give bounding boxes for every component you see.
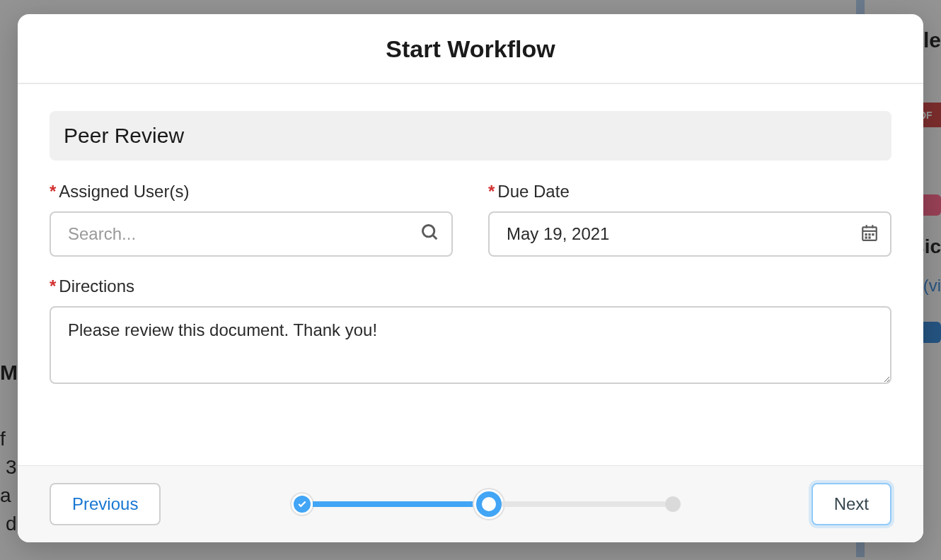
date-input-wrapper [488, 211, 891, 257]
assigned-users-group: *Assigned User(s) [50, 182, 453, 257]
svg-rect-9 [865, 236, 867, 238]
svg-rect-8 [872, 233, 874, 235]
due-date-label: *Due Date [488, 182, 891, 202]
step-line-1 [313, 501, 476, 507]
svg-rect-7 [868, 233, 870, 235]
section-title: Peer Review [50, 111, 891, 161]
svg-rect-10 [868, 236, 870, 238]
modal-title: Start Workflow [32, 35, 909, 63]
directions-label: *Directions [50, 276, 891, 296]
svg-rect-6 [865, 233, 867, 235]
required-indicator: * [50, 276, 56, 296]
directions-group: *Directions [50, 276, 891, 387]
directions-textarea[interactable] [50, 306, 891, 384]
assigned-users-label: *Assigned User(s) [50, 182, 453, 202]
search-input-wrapper [50, 211, 453, 257]
svg-point-0 [423, 226, 434, 237]
modal-body: Peer Review *Assigned User(s) [18, 84, 923, 465]
step-2-current [476, 491, 502, 517]
search-icon[interactable] [420, 223, 440, 245]
step-line-2 [502, 501, 665, 507]
modal-footer: Previous Next [18, 465, 923, 542]
assigned-users-search-input[interactable] [50, 211, 453, 257]
svg-line-1 [433, 235, 437, 240]
progress-stepper [291, 491, 681, 517]
step-3-upcoming [665, 496, 681, 512]
next-button[interactable]: Next [812, 483, 891, 525]
required-indicator: * [488, 182, 495, 201]
required-indicator: * [50, 182, 56, 201]
due-date-group: *Due Date [488, 182, 891, 257]
calendar-icon[interactable] [860, 223, 879, 245]
modal-header: Start Workflow [18, 14, 923, 84]
start-workflow-modal: Start Workflow Peer Review *Assigned Use… [18, 14, 923, 542]
previous-button[interactable]: Previous [50, 483, 161, 525]
step-1-completed [291, 494, 313, 515]
form-row: *Assigned User(s) *Due Date [50, 182, 891, 257]
due-date-input[interactable] [488, 211, 891, 257]
